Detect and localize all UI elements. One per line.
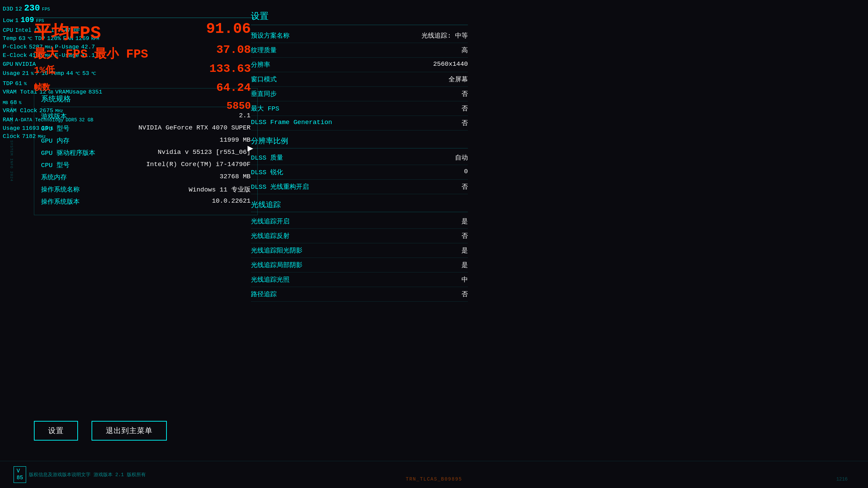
spec-row-6: 操作系统名称Windows 11 专业版	[41, 185, 251, 194]
settings-general-row-0: 预设方案名称光线追踪: 中等	[251, 28, 468, 43]
settings-raytracing-row-1: 光线追踪反射否	[251, 229, 468, 243]
hud-gpu-tdp-val: 61	[15, 80, 22, 88]
settings-general-row-4: 垂直同步否	[251, 87, 468, 101]
fps-avg-label: 平均FPS	[34, 20, 148, 44]
hud-ram-clock-val: 7182	[22, 133, 36, 141]
settings-button[interactable]: 设置	[34, 421, 78, 441]
cursor-arrow: ▶	[248, 142, 253, 154]
settings-resolution-container: DLSS 质量自动DLSS 锐化0DLSS 光线重构开启否	[251, 150, 468, 194]
settings-raytracing-row-0: 光线追踪开启是	[251, 214, 468, 229]
bottom-buttons: 设置 退出到主菜单	[34, 421, 167, 441]
hud-ram-clock-label: Clock	[3, 133, 20, 141]
settings-general-val-6: 否	[461, 119, 468, 127]
settings-res-val-0: 自动	[455, 153, 468, 162]
settings-general-row-5: 最大 FPS否	[251, 101, 468, 116]
spec-val-3: Nvidia v 55123 [r551_06]	[158, 148, 251, 157]
settings-general-val-2: 868x488	[433, 60, 468, 69]
settings-raytracing-row-2: 光线追踪阳光阴影是	[251, 243, 468, 258]
settings-rt-key-0: 光线追踪开启	[251, 217, 290, 226]
fps-max-label: 最大 FPS	[34, 45, 87, 62]
fps-frames-value: 5850	[226, 100, 251, 112]
fps-large-block: 平均FPS 最大 FPS 最小 FPS 1%低 帧数	[34, 20, 148, 93]
settings-res-val-2: 否	[461, 182, 468, 191]
hud-gpu-usage-label: Usage	[3, 69, 20, 78]
hud-eclock-label: E-Clock	[3, 52, 27, 60]
settings-general-row-3: 窗口模式全屏幕	[251, 72, 468, 87]
settings-raytracing-row-5: 路径追踪否	[251, 287, 468, 302]
hud-d3d-label: D3D	[3, 5, 13, 14]
hud-fps-unit: FPS	[42, 6, 50, 13]
hud-ram-usage-unit: %	[50, 126, 53, 132]
settings-general-key-3: 窗口模式	[251, 75, 277, 84]
settings-rt-key-2: 光线追踪阳光阴影	[251, 246, 302, 255]
version-text: 版权信息及游戏版本说明文字 游戏版本 2.1 版权所有	[29, 472, 145, 478]
bottom-bar: V 85 版权信息及游戏版本说明文字 游戏版本 2.1 版权所有	[0, 461, 868, 488]
settings-rt-key-1: 光线追踪反射	[251, 231, 290, 240]
settings-raytracing-row-4: 光线追踪光照中	[251, 272, 468, 287]
settings-general-val-4: 否	[461, 89, 468, 98]
fps-frames-label: 帧数	[34, 82, 148, 93]
hud-vram-total-label: VRAM Total	[3, 88, 37, 97]
settings-rt-val-3: 是	[461, 261, 468, 269]
settings-general-val-3: 全屏幕	[449, 75, 468, 84]
spec-val-2: 11999 MB	[220, 136, 251, 145]
settings-raytracing-section: 光线追踪	[251, 200, 468, 212]
hud-ram-brand: A-DATA Technology	[15, 117, 64, 123]
settings-raytracing-container: 光线追踪开启是光线追踪反射否光线追踪阳光阴影是光线追踪局部阴影是光线追踪光照中路…	[251, 214, 468, 302]
settings-general-key-2: 分辨率	[251, 60, 270, 69]
settings-rt-val-1: 否	[461, 231, 468, 240]
spec-row-7: 操作系统版本10.0.22621	[41, 197, 251, 206]
spec-row-4: CPU 型号Intel(R) Core(TM) i7-14790F	[41, 161, 251, 169]
hud-ram-usage-label: Usage	[3, 124, 20, 133]
version-block: V 85 版权信息及游戏版本说明文字 游戏版本 2.1 版权所有	[14, 466, 146, 483]
hud-gpu-tdp-label: TDP	[3, 80, 13, 88]
hud-cpu-label: CPU	[3, 26, 13, 35]
settings-general-val-0: 光线追踪: 中等	[421, 31, 468, 40]
hud-temp-val: 63	[19, 35, 25, 43]
settings-general-key-1: 纹理质量	[251, 46, 277, 55]
settings-rt-key-3: 光线追踪局部阴影	[251, 261, 302, 269]
settings-rt-val-2: 是	[461, 246, 468, 255]
spec-row-3: GPU 驱动程序版本Nvidia v 55123 [r551_06]	[41, 148, 251, 157]
hud-vram-usage-unit: MB	[3, 100, 8, 106]
spec-key-5: 系统内存	[41, 173, 67, 182]
exit-button[interactable]: 退出到主菜单	[92, 421, 167, 441]
settings-resolution-row-1: DLSS 锐化0	[251, 165, 468, 180]
settings-resolution-row-0: DLSS 质量自动	[251, 150, 468, 165]
hud-ram-type: DDR5	[65, 117, 77, 123]
spec-val-5: 32768 MB	[220, 173, 251, 182]
hud-low-fps: 109	[21, 15, 34, 26]
hud-ram-clock-unit: MHz	[38, 134, 46, 140]
hud-ram-usage-val: 11693	[22, 124, 39, 133]
hud-low-num: 1	[15, 17, 19, 25]
hud-temp-unit: ℃	[27, 36, 33, 42]
hud-d3d-version: 12	[15, 5, 22, 14]
hud-pclock-label: P-Clock	[3, 43, 27, 52]
settings-general-key-5: 最大 FPS	[251, 104, 279, 113]
settings-rt-val-4: 中	[461, 275, 468, 284]
spec-val-6: Windows 11 专业版	[189, 185, 251, 194]
spec-val-1: NVIDIA GeForce RTX 4070 SUPER	[138, 124, 251, 133]
settings-res-key-0: DLSS 质量	[251, 153, 283, 162]
hud-vram-clock-val: 2675	[39, 107, 53, 115]
settings-general-container: 预设方案名称光线追踪: 中等纹理质量高分辨率2560x1440窗口模式全屏幕垂直…	[251, 28, 468, 130]
hud-ram-label: RAM	[3, 116, 13, 124]
settings-raytracing-row-3: 光线追踪局部阴影是	[251, 258, 468, 272]
center-bottom-label: TRN_TLCAS_B09895	[406, 476, 462, 482]
fps-min-value: 37.08	[216, 43, 251, 56]
settings-title: 设置	[251, 10, 468, 25]
settings-general-key-4: 垂直同步	[251, 89, 277, 98]
hud-gpu-label: GPU	[3, 60, 13, 69]
settings-rt-val-5: 否	[461, 290, 468, 299]
spec-val-7: 10.0.22621	[212, 197, 251, 206]
hud-gpu-tdp-unit: %	[24, 81, 27, 87]
hud-gpu-usage-val: 21	[22, 69, 29, 78]
fps-avg-value: 91.06	[206, 20, 251, 37]
spec-val-4: Intel(R) Core(TM) i7-14790F	[146, 161, 251, 169]
spec-key-7: 操作系统版本	[41, 197, 80, 206]
hud-vram-clock-unit: MHz	[55, 108, 63, 115]
hud-gpu-name: NVIDIA	[15, 60, 36, 69]
hud-fps-current: 230	[24, 2, 40, 15]
settings-rt-key-4: 光线追踪光照	[251, 275, 290, 284]
version-box: V 85	[14, 466, 26, 483]
